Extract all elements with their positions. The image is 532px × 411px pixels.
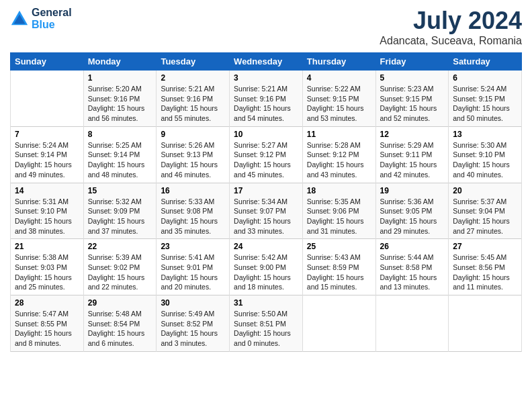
calendar-cell: 28Sunrise: 5:47 AM Sunset: 8:55 PM Dayli… bbox=[11, 295, 84, 352]
day-number: 27 bbox=[453, 242, 517, 251]
day-number: 30 bbox=[161, 298, 225, 308]
day-number: 17 bbox=[234, 186, 298, 195]
day-number: 12 bbox=[380, 130, 445, 139]
calendar-cell bbox=[302, 295, 375, 352]
calendar-cell: 19Sunrise: 5:36 AM Sunset: 9:05 PM Dayli… bbox=[375, 183, 449, 239]
day-info: Sunrise: 5:29 AM Sunset: 9:11 PM Dayligh… bbox=[380, 140, 445, 180]
calendar-cell: 20Sunrise: 5:37 AM Sunset: 9:04 PM Dayli… bbox=[449, 183, 522, 239]
day-number: 22 bbox=[88, 242, 152, 251]
main-title: July 2024 bbox=[380, 7, 522, 35]
day-number: 21 bbox=[15, 242, 79, 251]
day-info: Sunrise: 5:22 AM Sunset: 9:15 PM Dayligh… bbox=[307, 84, 371, 124]
weekday-header-thursday: Thursday bbox=[302, 53, 375, 71]
day-info: Sunrise: 5:30 AM Sunset: 9:10 PM Dayligh… bbox=[453, 140, 517, 180]
day-info: Sunrise: 5:48 AM Sunset: 8:54 PM Dayligh… bbox=[88, 309, 152, 349]
weekday-header-wednesday: Wednesday bbox=[230, 53, 303, 71]
calendar-cell: 27Sunrise: 5:45 AM Sunset: 8:56 PM Dayli… bbox=[449, 239, 522, 295]
day-info: Sunrise: 5:21 AM Sunset: 9:16 PM Dayligh… bbox=[234, 84, 298, 124]
day-number: 29 bbox=[88, 298, 152, 308]
day-number: 7 bbox=[15, 130, 79, 139]
calendar-cell: 8Sunrise: 5:25 AM Sunset: 9:14 PM Daylig… bbox=[83, 126, 157, 183]
day-number: 31 bbox=[234, 298, 298, 308]
weekday-header-sunday: Sunday bbox=[11, 53, 84, 71]
calendar-cell: 11Sunrise: 5:28 AM Sunset: 9:12 PM Dayli… bbox=[302, 126, 375, 183]
calendar-cell bbox=[11, 71, 84, 127]
calendar-cell: 15Sunrise: 5:32 AM Sunset: 9:09 PM Dayli… bbox=[83, 183, 157, 239]
day-info: Sunrise: 5:34 AM Sunset: 9:07 PM Dayligh… bbox=[234, 197, 298, 236]
day-info: Sunrise: 5:44 AM Sunset: 8:58 PM Dayligh… bbox=[380, 253, 445, 292]
subtitle: Adancata, Suceava, Romania bbox=[380, 35, 522, 47]
day-info: Sunrise: 5:50 AM Sunset: 8:51 PM Dayligh… bbox=[234, 309, 298, 349]
header: General Blue July 2024 Adancata, Suceava… bbox=[10, 7, 522, 47]
day-info: Sunrise: 5:20 AM Sunset: 9:16 PM Dayligh… bbox=[88, 84, 152, 124]
day-info: Sunrise: 5:31 AM Sunset: 9:10 PM Dayligh… bbox=[15, 197, 79, 236]
day-info: Sunrise: 5:37 AM Sunset: 9:04 PM Dayligh… bbox=[453, 197, 517, 236]
page-container: General Blue July 2024 Adancata, Suceava… bbox=[0, 0, 532, 359]
calendar-cell: 31Sunrise: 5:50 AM Sunset: 8:51 PM Dayli… bbox=[230, 295, 303, 352]
calendar-cell: 17Sunrise: 5:34 AM Sunset: 9:07 PM Dayli… bbox=[230, 183, 303, 239]
calendar-cell: 7Sunrise: 5:24 AM Sunset: 9:14 PM Daylig… bbox=[11, 126, 84, 183]
day-number: 19 bbox=[380, 186, 445, 195]
day-info: Sunrise: 5:43 AM Sunset: 8:59 PM Dayligh… bbox=[307, 253, 371, 292]
calendar-cell: 13Sunrise: 5:30 AM Sunset: 9:10 PM Dayli… bbox=[449, 126, 522, 183]
calendar-cell: 10Sunrise: 5:27 AM Sunset: 9:12 PM Dayli… bbox=[230, 126, 303, 183]
day-number: 10 bbox=[234, 130, 298, 139]
day-info: Sunrise: 5:27 AM Sunset: 9:12 PM Dayligh… bbox=[234, 140, 298, 180]
logo-icon bbox=[10, 9, 29, 28]
calendar-cell: 21Sunrise: 5:38 AM Sunset: 9:03 PM Dayli… bbox=[11, 239, 84, 295]
day-info: Sunrise: 5:24 AM Sunset: 9:15 PM Dayligh… bbox=[453, 84, 517, 124]
calendar-cell: 23Sunrise: 5:41 AM Sunset: 9:01 PM Dayli… bbox=[157, 239, 230, 295]
day-info: Sunrise: 5:33 AM Sunset: 9:08 PM Dayligh… bbox=[161, 197, 225, 236]
calendar-cell: 5Sunrise: 5:23 AM Sunset: 9:15 PM Daylig… bbox=[375, 71, 449, 127]
day-info: Sunrise: 5:41 AM Sunset: 9:01 PM Dayligh… bbox=[161, 253, 225, 292]
calendar-cell: 4Sunrise: 5:22 AM Sunset: 9:15 PM Daylig… bbox=[302, 71, 375, 127]
day-info: Sunrise: 5:32 AM Sunset: 9:09 PM Dayligh… bbox=[88, 197, 152, 236]
title-area: July 2024 Adancata, Suceava, Romania bbox=[380, 7, 522, 47]
calendar-cell: 12Sunrise: 5:29 AM Sunset: 9:11 PM Dayli… bbox=[375, 126, 449, 183]
day-number: 20 bbox=[453, 186, 517, 195]
day-number: 25 bbox=[307, 242, 371, 251]
day-number: 14 bbox=[15, 186, 79, 195]
day-info: Sunrise: 5:21 AM Sunset: 9:16 PM Dayligh… bbox=[161, 84, 225, 124]
calendar-cell: 2Sunrise: 5:21 AM Sunset: 9:16 PM Daylig… bbox=[157, 71, 230, 127]
logo: General Blue bbox=[10, 7, 72, 30]
day-number: 16 bbox=[161, 186, 225, 195]
logo-text: General Blue bbox=[32, 7, 72, 30]
day-info: Sunrise: 5:39 AM Sunset: 9:02 PM Dayligh… bbox=[88, 253, 152, 292]
day-info: Sunrise: 5:35 AM Sunset: 9:06 PM Dayligh… bbox=[307, 197, 371, 236]
day-number: 5 bbox=[380, 73, 445, 83]
calendar-week-5: 28Sunrise: 5:47 AM Sunset: 8:55 PM Dayli… bbox=[11, 295, 522, 352]
calendar-cell: 16Sunrise: 5:33 AM Sunset: 9:08 PM Dayli… bbox=[157, 183, 230, 239]
weekday-header-monday: Monday bbox=[83, 53, 157, 71]
day-number: 26 bbox=[380, 242, 445, 251]
calendar-cell: 18Sunrise: 5:35 AM Sunset: 9:06 PM Dayli… bbox=[302, 183, 375, 239]
day-info: Sunrise: 5:38 AM Sunset: 9:03 PM Dayligh… bbox=[15, 253, 79, 292]
day-number: 4 bbox=[307, 73, 371, 83]
calendar-cell: 22Sunrise: 5:39 AM Sunset: 9:02 PM Dayli… bbox=[83, 239, 157, 295]
calendar-week-1: 1Sunrise: 5:20 AM Sunset: 9:16 PM Daylig… bbox=[11, 71, 522, 127]
day-number: 11 bbox=[307, 130, 371, 139]
weekday-header-friday: Friday bbox=[375, 53, 449, 71]
calendar-cell bbox=[449, 295, 522, 352]
calendar-cell: 24Sunrise: 5:42 AM Sunset: 9:00 PM Dayli… bbox=[230, 239, 303, 295]
day-info: Sunrise: 5:45 AM Sunset: 8:56 PM Dayligh… bbox=[453, 253, 517, 292]
calendar-week-4: 21Sunrise: 5:38 AM Sunset: 9:03 PM Dayli… bbox=[11, 239, 522, 295]
day-number: 28 bbox=[15, 298, 79, 308]
weekday-header-saturday: Saturday bbox=[449, 53, 522, 71]
day-number: 8 bbox=[88, 130, 152, 139]
calendar-cell: 6Sunrise: 5:24 AM Sunset: 9:15 PM Daylig… bbox=[449, 71, 522, 127]
calendar-cell: 1Sunrise: 5:20 AM Sunset: 9:16 PM Daylig… bbox=[83, 71, 157, 127]
day-number: 15 bbox=[88, 186, 152, 195]
day-number: 23 bbox=[161, 242, 225, 251]
weekday-header-tuesday: Tuesday bbox=[157, 53, 230, 71]
calendar-week-3: 14Sunrise: 5:31 AM Sunset: 9:10 PM Dayli… bbox=[11, 183, 522, 239]
calendar-body: 1Sunrise: 5:20 AM Sunset: 9:16 PM Daylig… bbox=[11, 71, 522, 352]
calendar-cell: 9Sunrise: 5:26 AM Sunset: 9:13 PM Daylig… bbox=[157, 126, 230, 183]
calendar-week-2: 7Sunrise: 5:24 AM Sunset: 9:14 PM Daylig… bbox=[11, 126, 522, 183]
day-number: 18 bbox=[307, 186, 371, 195]
day-info: Sunrise: 5:26 AM Sunset: 9:13 PM Dayligh… bbox=[161, 140, 225, 180]
day-info: Sunrise: 5:47 AM Sunset: 8:55 PM Dayligh… bbox=[15, 309, 79, 349]
calendar-cell: 14Sunrise: 5:31 AM Sunset: 9:10 PM Dayli… bbox=[11, 183, 84, 239]
calendar-cell: 30Sunrise: 5:49 AM Sunset: 8:52 PM Dayli… bbox=[157, 295, 230, 352]
day-info: Sunrise: 5:23 AM Sunset: 9:15 PM Dayligh… bbox=[380, 84, 445, 124]
